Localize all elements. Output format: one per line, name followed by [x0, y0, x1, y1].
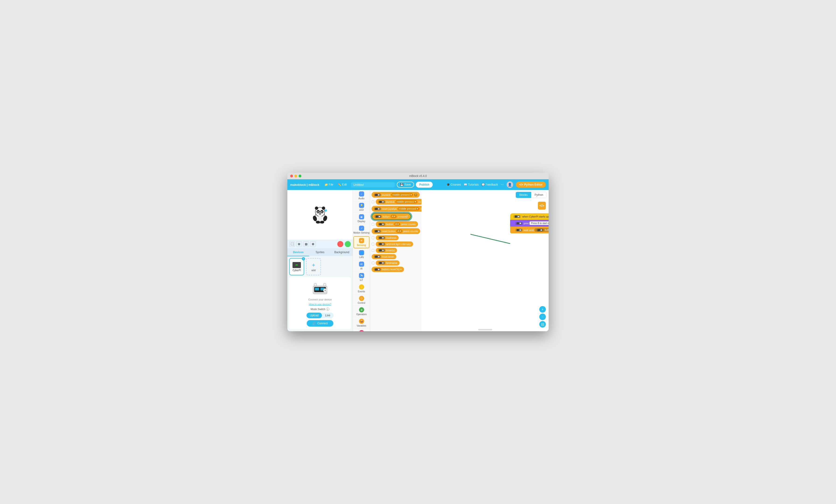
stage-view-full[interactable]: ⛶ [289, 241, 295, 247]
device-help-link[interactable]: How to use device? [309, 303, 331, 306]
wait-label: wait until [524, 229, 534, 232]
ai-icon: AI [359, 261, 364, 267]
python-editor-button[interactable]: </> Python Editor [516, 181, 546, 188]
block-battery[interactable]: ⬛🔲 battery level(%) ▾ [372, 267, 404, 272]
connect-button[interactable]: 🔗 Connect [307, 320, 333, 327]
titlebar: mBlock v5.4.0 [287, 173, 549, 179]
cyberpi-device-card[interactable]: × ■■ CyberPi [289, 258, 304, 275]
category-operators[interactable]: ⊕ Operators [353, 306, 370, 317]
window-title: mBlock v5.4.0 [409, 174, 426, 178]
motion-sensing-icon: ↗ [359, 226, 364, 231]
upload-live-toggle: Upload Live [306, 313, 334, 318]
project-name-input[interactable] [351, 182, 395, 188]
remove-device-btn[interactable]: × [302, 257, 305, 260]
category-audio[interactable]: ♪ Audio [353, 190, 370, 201]
checkbox-ambient-light[interactable] [372, 243, 374, 246]
category-display-label: Display [358, 220, 365, 222]
block-icon: ⬛🔲 [374, 193, 381, 196]
device-name: CyberPi [292, 269, 301, 272]
courses-link[interactable]: 🎓 Courses [446, 183, 461, 186]
block-button-pressed[interactable]: ⬛🔲 button A ▾ pressed? [372, 213, 411, 220]
svg-rect-19 [315, 288, 319, 290]
edit-menu[interactable]: ✏️Edit [336, 182, 348, 187]
zoom-in-button[interactable]: + [539, 306, 546, 313]
zoom-out-button[interactable]: − [539, 313, 546, 320]
category-variables[interactable]: 📦 Variables [353, 317, 370, 329]
block-button-counts[interactable]: ⬛🔲 button A ▾ press counts [376, 221, 418, 227]
more-options[interactable]: ··· [501, 182, 504, 187]
checkbox-joystick-counts[interactable] [372, 200, 374, 203]
device-items: × ■■ CyberPi + add [289, 258, 351, 275]
category-sensing[interactable]: 👁 Sensing [354, 236, 369, 248]
add-device-button[interactable]: + add [306, 258, 321, 275]
block-loudness[interactable]: ⬛🔲 loudness [376, 235, 399, 240]
block-row-timer: ⬛🔲 timer(s) [372, 248, 420, 253]
zoom-fit-button[interactable]: ⊟ [539, 321, 546, 328]
category-motion-sensing[interactable]: ↗ Motion Sensing [353, 224, 370, 236]
checkbox-button-counts[interactable] [372, 223, 374, 226]
file-menu[interactable]: 📁File [323, 182, 335, 187]
mode-switch-label: Mode Switch ℹ [311, 308, 329, 311]
category-iot-label: IoT [360, 279, 363, 282]
block-ambient-light[interactable]: ⬛🔲 ambient light intensity [376, 241, 413, 247]
checkbox-loudness[interactable] [372, 236, 374, 239]
tutorials-link[interactable]: 📖 Tutorials [464, 183, 479, 186]
svg-point-21 [314, 283, 317, 286]
minimize-button[interactable] [294, 175, 297, 177]
block-reset-timer[interactable]: ⬛🔲 reset timer [372, 254, 396, 259]
stop-button[interactable] [337, 241, 343, 247]
category-led-label: LED [359, 209, 364, 211]
live-mode-btn[interactable]: Live [322, 313, 334, 318]
category-control[interactable]: ⬡ Control [353, 294, 370, 306]
svg-point-9 [322, 212, 323, 212]
print-block[interactable]: ⬛🔲 print Press B to start obstacle avoid… [510, 220, 549, 227]
canvas-scrollbar[interactable] [478, 329, 492, 330]
save-button[interactable]: 💾 Save [397, 181, 414, 188]
stage-view-grid[interactable]: ⊞ [310, 241, 316, 247]
block-timer[interactable]: ⬛🔲 timer(s) [376, 248, 397, 253]
tab-background[interactable]: Background [331, 249, 353, 256]
checkbox-timer[interactable] [372, 249, 374, 252]
start-block-label: when CyberPi starts up [522, 215, 549, 218]
device-icon: ■■ [292, 262, 301, 268]
feedback-link[interactable]: 💬 Feedback [481, 183, 498, 186]
svg-point-22 [323, 283, 326, 286]
maximize-button[interactable] [299, 175, 301, 177]
brand-text: makeblock | mBlock [290, 183, 319, 187]
wait-condition: ⬛🔲 button A ▾ pressed? [535, 228, 549, 232]
category-ai[interactable]: AI AI [353, 260, 370, 272]
block-reset-button-counts[interactable]: ⬛🔲 reset button A ▾ press counts [372, 228, 420, 234]
block-reset-joystick[interactable]: ⬛🔲 reset joystick middle pressed ▾ c [372, 206, 421, 212]
category-led[interactable]: 💡 LED [353, 201, 370, 213]
block-hostname[interactable]: ⬛🔲 hostname [376, 260, 400, 266]
close-button[interactable] [290, 175, 293, 177]
category-iot[interactable]: 📡 IoT [353, 272, 370, 283]
tab-sprites[interactable]: Sprites [309, 249, 331, 256]
stage-view-split[interactable]: ⊞ [296, 241, 302, 247]
block-categories: ♪ Audio 💡 LED ▦ Display ↗ Motion [353, 190, 370, 331]
tab-devices[interactable]: Devices [287, 249, 309, 256]
operators-icon: ⊕ [359, 307, 364, 312]
category-sensing-label: Sensing [357, 244, 366, 247]
category-display[interactable]: ▦ Display [353, 213, 370, 224]
block-joystick-pressed[interactable]: ⬛🔲 joystick middle pressed ▾ ? [372, 192, 420, 198]
category-events[interactable]: ⚡ Events [353, 283, 370, 294]
zoom-controls: + − ⊟ [539, 306, 546, 328]
canvas-area[interactable]: Blocks Python </> ⬛🔲 when CyberPi st [421, 190, 549, 331]
go-button[interactable] [345, 241, 351, 247]
category-lists[interactable]: ≡ Lists [353, 329, 370, 331]
start-block[interactable]: ⬛🔲 when CyberPi starts up [510, 213, 549, 220]
wait-until-block[interactable]: ⬛🔲 wait until ⬛🔲 button A ▾ pressed? [510, 227, 549, 233]
canvas-block-start[interactable]: ⬛🔲 when CyberPi starts up ⬛🔲 print Press… [510, 213, 549, 233]
connect-icon: 🔗 [312, 322, 316, 325]
category-control-label: Control [358, 302, 365, 304]
checkbox-hostname[interactable] [372, 261, 374, 264]
publish-button[interactable]: Publish [416, 181, 433, 188]
panda-svg [309, 204, 330, 225]
category-lan[interactable]: 🌐 LAN [353, 249, 370, 260]
block-joystick-counts[interactable]: ⬛🔲 joystick middle pressed ▾ co [376, 199, 421, 205]
stage-view-list[interactable]: ▤ [303, 241, 309, 247]
upload-mode-btn[interactable]: Upload [306, 313, 322, 318]
lists-icon: ≡ [359, 330, 364, 331]
user-avatar[interactable]: 👤 [507, 181, 513, 188]
